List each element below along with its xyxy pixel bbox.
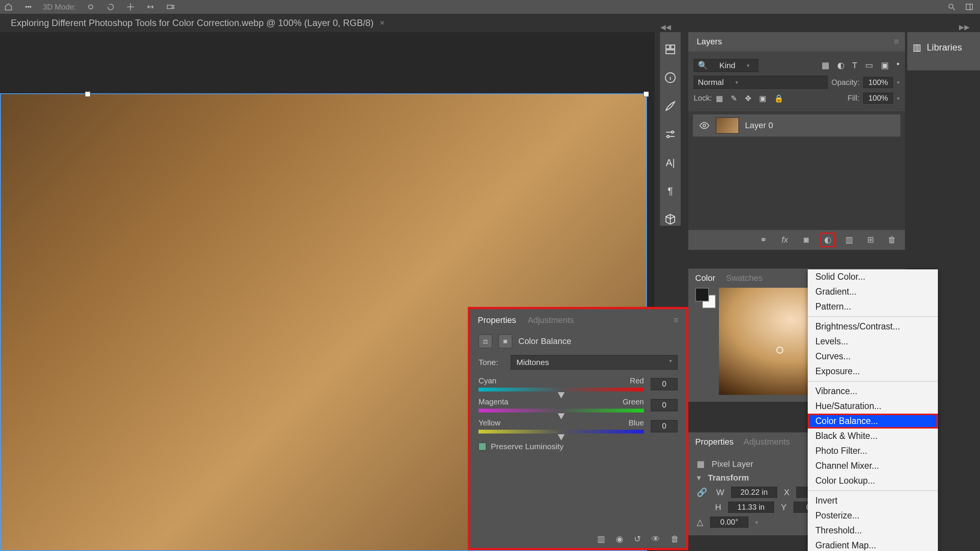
visibility-icon[interactable]: [699, 120, 710, 131]
opacity-input[interactable]: 100%: [863, 77, 893, 88]
yellow-blue-value[interactable]: 0: [651, 420, 678, 432]
menu-item-exposure[interactable]: Exposure...: [808, 364, 938, 379]
picker-cursor-icon[interactable]: [776, 347, 783, 354]
foreground-color-swatch[interactable]: [695, 288, 709, 302]
angle-input[interactable]: 0.00°: [710, 517, 748, 528]
rotate-icon[interactable]: [105, 2, 116, 12]
chevron-down-icon[interactable]: ▾: [897, 79, 900, 85]
yellow-blue-slider[interactable]: [479, 430, 644, 434]
document-tab[interactable]: Exploring Different Photoshop Tools for …: [5, 15, 390, 31]
3d-icon[interactable]: [664, 213, 677, 226]
fill-input[interactable]: 100%: [863, 93, 893, 104]
cyan-red-slider[interactable]: [479, 388, 644, 391]
menu-item-threshold[interactable]: Threshold...: [808, 523, 938, 538]
menu-item-black-white[interactable]: Black & White...: [808, 429, 938, 443]
preserve-luminosity-checkbox[interactable]: [479, 443, 486, 450]
panel-menu-icon[interactable]: ≡: [894, 37, 899, 47]
slide-icon[interactable]: [145, 2, 156, 12]
adjustments-tab[interactable]: Adjustments: [528, 315, 574, 325]
cyan-red-value[interactable]: 0: [651, 378, 678, 390]
mask-icon[interactable]: ◙: [498, 334, 512, 348]
menu-item-hue-saturation[interactable]: Hue/Saturation...: [808, 399, 938, 414]
layer-mask-icon[interactable]: ◙: [800, 234, 812, 246]
libraries-label[interactable]: Libraries: [927, 42, 962, 53]
adjustment-layer-icon[interactable]: ◐: [822, 234, 834, 246]
menu-item-color-balance[interactable]: Color Balance...: [808, 414, 938, 429]
color-tab[interactable]: Color: [695, 273, 715, 283]
trash-icon[interactable]: 🗑: [886, 234, 898, 246]
menu-item-gradient[interactable]: Gradient...: [808, 284, 938, 299]
collapse-panels-right-icon[interactable]: ▶▶: [953, 22, 975, 32]
paragraph-icon[interactable]: ¶: [664, 184, 677, 197]
transform-handle[interactable]: [85, 91, 90, 97]
new-layer-icon[interactable]: ⊞: [864, 234, 877, 246]
filter-smart-icon[interactable]: ▣: [881, 60, 889, 70]
reset-icon[interactable]: ↺: [634, 534, 641, 544]
filter-type-icon[interactable]: T: [852, 60, 857, 70]
slider-thumb-icon[interactable]: [558, 392, 565, 398]
fg-bg-swatch[interactable]: [695, 288, 716, 308]
menu-item-vibrance[interactable]: Vibrance...: [808, 384, 938, 399]
orbit-icon[interactable]: [85, 2, 96, 12]
home-icon[interactable]: [3, 2, 14, 12]
chevron-down-icon[interactable]: ▾: [755, 519, 758, 525]
layer-filter-select[interactable]: 🔍 Kind ▾: [694, 59, 758, 72]
chevron-down-icon[interactable]: ▾: [897, 95, 900, 101]
filter-shape-icon[interactable]: ▭: [865, 60, 873, 70]
link-layers-icon[interactable]: ⚭: [757, 234, 769, 246]
menu-item-posterize[interactable]: Posterize...: [808, 508, 938, 523]
workspace-icon[interactable]: [964, 2, 975, 12]
character-icon[interactable]: A|: [664, 156, 677, 169]
transform-handle[interactable]: [644, 91, 649, 97]
menu-item-gradient-map[interactable]: Gradient Map...: [808, 538, 938, 551]
lock-brush-icon[interactable]: ✎: [731, 94, 737, 103]
height-input[interactable]: 11.33 in: [728, 502, 774, 513]
properties-tab[interactable]: Properties: [695, 437, 733, 447]
info-icon[interactable]: [664, 71, 677, 84]
visibility-icon[interactable]: 👁: [652, 534, 660, 544]
tone-select[interactable]: Midtones ▾: [511, 355, 678, 370]
panel-menu-icon[interactable]: ≡: [673, 315, 678, 325]
collapse-panels-left-icon[interactable]: ◀◀: [655, 22, 677, 32]
menu-item-invert[interactable]: Invert: [808, 493, 938, 508]
blend-mode-select[interactable]: Normal ▾: [694, 76, 828, 89]
menu-item-curves[interactable]: Curves...: [808, 349, 938, 364]
clip-icon[interactable]: ▥: [597, 534, 605, 544]
layer-thumbnail[interactable]: [716, 117, 739, 134]
trash-icon[interactable]: 🗑: [671, 534, 679, 544]
slider-thumb-icon[interactable]: [558, 434, 565, 440]
close-tab-icon[interactable]: ×: [380, 18, 385, 28]
magenta-green-value[interactable]: 0: [651, 399, 678, 411]
layer-row[interactable]: Layer 0: [693, 114, 900, 137]
filter-toggle-icon[interactable]: ●: [897, 60, 900, 70]
lock-artboard-icon[interactable]: ▣: [759, 94, 766, 103]
menu-item-photo-filter[interactable]: Photo Filter...: [808, 443, 938, 458]
chevron-down-icon[interactable]: ▾: [697, 473, 701, 483]
adjustments-tab[interactable]: Adjustments: [743, 437, 790, 447]
filter-adjust-icon[interactable]: ◐: [837, 60, 844, 70]
menu-item-solid-color[interactable]: Solid Color...: [808, 269, 938, 284]
history-icon[interactable]: [664, 43, 677, 56]
layer-name[interactable]: Layer 0: [745, 121, 773, 130]
pan-icon[interactable]: [125, 2, 136, 12]
libraries-icon[interactable]: ▥: [913, 42, 921, 53]
menu-item-brightness-contrast[interactable]: Brightness/Contrast...: [808, 319, 938, 334]
previous-icon[interactable]: ◉: [616, 534, 623, 544]
properties-tab[interactable]: Properties: [478, 315, 516, 325]
magenta-green-slider[interactable]: [479, 409, 644, 412]
menu-item-color-lookup[interactable]: Color Lookup...: [808, 473, 938, 488]
width-input[interactable]: 20.22 in: [731, 487, 777, 498]
transform-section[interactable]: Transform: [708, 473, 749, 483]
more-icon[interactable]: •••: [23, 2, 34, 12]
group-icon[interactable]: ▥: [843, 234, 855, 246]
layers-tab[interactable]: Layers: [694, 35, 724, 48]
menu-item-channel-mixer[interactable]: Channel Mixer...: [808, 458, 938, 473]
search-icon[interactable]: [946, 2, 957, 12]
swatches-tab[interactable]: Swatches: [726, 273, 763, 283]
menu-item-pattern[interactable]: Pattern...: [808, 299, 938, 314]
adjust-icon[interactable]: [664, 128, 677, 141]
camera-icon[interactable]: [165, 2, 176, 12]
lock-move-icon[interactable]: ✥: [745, 94, 751, 103]
brush-icon[interactable]: [664, 99, 677, 112]
link-wh-icon[interactable]: 🔗: [697, 487, 707, 497]
